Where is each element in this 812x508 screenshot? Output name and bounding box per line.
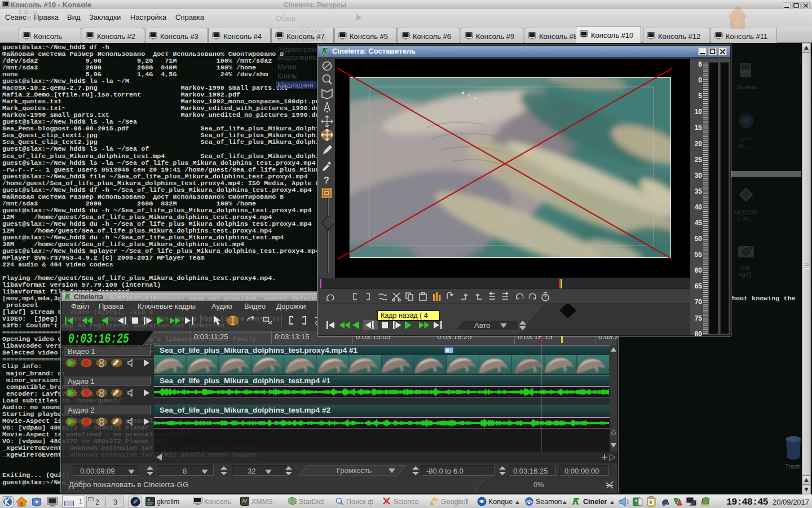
svg-text:0%: 0% bbox=[533, 480, 544, 489]
svg-text:k: k bbox=[650, 500, 652, 505]
svg-text:Авто: Авто bbox=[474, 321, 490, 330]
svg-text:?: ? bbox=[324, 176, 329, 185]
svg-text:Громкость: Громкость bbox=[337, 466, 372, 475]
svg-text:Home: Home bbox=[729, 30, 745, 37]
